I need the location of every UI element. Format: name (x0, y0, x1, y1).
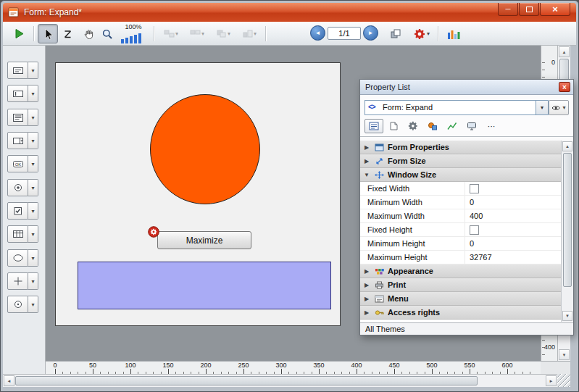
scroll-down-arrow[interactable]: ▼ (562, 311, 572, 321)
combo-box-tool-caret[interactable]: ▾ (28, 132, 38, 149)
spacer-tool[interactable]: ▾ (7, 296, 39, 314)
push-button-tool-caret[interactable]: ▾ (28, 155, 38, 172)
palette-scrollbar[interactable]: ▲ ▼ (561, 141, 573, 322)
property-name: Fixed Height (360, 223, 465, 236)
actions-button[interactable]: ▾ (409, 24, 435, 43)
ellipse-tool-caret[interactable]: ▾ (28, 249, 38, 267)
minimize-button[interactable]: ─ (498, 3, 518, 16)
fixed-width-value[interactable] (465, 182, 561, 195)
expander-icon: ▶ (363, 282, 370, 288)
tab-chart[interactable] (443, 119, 462, 133)
multiline-field-tool-caret[interactable]: ▾ (28, 109, 38, 126)
tab-settings[interactable] (404, 119, 422, 133)
next-page-button[interactable]: ► (363, 25, 378, 41)
toolbar-separator (154, 26, 154, 41)
zoom-level-control[interactable]: 100% (117, 23, 149, 44)
close-button[interactable]: × (540, 3, 570, 16)
property-row-maximum-width: Maximum Width 400 (360, 209, 561, 223)
visibility-button[interactable]: ▾ (549, 100, 569, 115)
horizontal-scrollbar[interactable]: ◄ ► (3, 374, 557, 387)
order-tools-button[interactable]: ▾ (212, 24, 235, 43)
palette-scroll-thumb[interactable] (563, 153, 572, 287)
static-text-tool[interactable]: ▾ (7, 62, 39, 80)
zoom-tool-button[interactable] (99, 24, 116, 43)
palette-titlebar[interactable]: Property List (360, 80, 573, 95)
menu-icon (374, 295, 384, 303)
ellipse-tool[interactable]: ▾ (7, 249, 39, 267)
form-size-icon (374, 157, 384, 165)
tab-properties[interactable] (365, 119, 383, 133)
rectangle-shape[interactable] (78, 262, 331, 309)
distribute-tools-button[interactable]: ▾ (186, 24, 209, 43)
multiline-field-tool[interactable]: ▾ (7, 109, 39, 127)
check-box-tool[interactable]: ▾ (7, 202, 39, 220)
control-action-badge-icon[interactable] (148, 226, 159, 238)
select-tool-button[interactable] (38, 24, 58, 43)
form-page[interactable]: Maximize (55, 62, 341, 326)
static-text-icon (7, 62, 28, 79)
scroll-up-arrow[interactable]: ▲ (562, 141, 572, 151)
charts-button[interactable] (443, 24, 464, 43)
spacer-tool-caret[interactable]: ▾ (28, 296, 38, 313)
combo-caret-icon[interactable]: ▾ (536, 101, 548, 114)
maximize-window-button[interactable] (519, 3, 539, 16)
push-button-tool[interactable]: OK ▾ (7, 155, 39, 173)
property-row-maximum-height: Maximum Height 32767 (360, 251, 561, 264)
form-properties-icon (374, 143, 384, 151)
run-simulation-button[interactable] (9, 24, 29, 43)
palette-close-button[interactable]: × (559, 82, 570, 92)
minimum-width-value[interactable]: 0 (465, 196, 561, 209)
radio-button-tool-caret[interactable]: ▾ (28, 179, 38, 196)
combo-box-tool[interactable]: ▾ (7, 132, 39, 150)
maximize-form-button[interactable]: Maximize (157, 231, 251, 249)
radio-button-tool[interactable]: ▾ (7, 179, 39, 197)
section-form-properties[interactable]: ▶ Form Properties (360, 141, 561, 154)
order-icon (216, 29, 228, 39)
fixed-width-checkbox[interactable] (470, 184, 479, 193)
maximum-width-value[interactable]: 400 (465, 209, 561, 222)
fixed-height-checkbox[interactable] (470, 225, 479, 235)
dropdown-caret-icon: ▾ (427, 31, 430, 37)
section-print[interactable]: ▶ Print (360, 278, 561, 292)
line-tool-caret[interactable]: ▾ (28, 272, 38, 290)
tab-display[interactable] (462, 119, 481, 133)
ruler-corner (541, 361, 570, 374)
tab-shapes[interactable] (423, 119, 442, 133)
maximum-height-value[interactable]: 32767 (465, 251, 561, 264)
window-titlebar[interactable]: Form: Expand* ─ × (3, 3, 576, 22)
table-tool[interactable]: ▾ (7, 225, 39, 243)
check-box-tool-caret[interactable]: ▾ (28, 202, 38, 220)
scroll-down-arrow[interactable]: ▼ (559, 349, 570, 360)
ellipse-icon (7, 249, 28, 267)
fixed-height-value[interactable] (465, 223, 561, 236)
section-menu[interactable]: ▶ Menu (360, 292, 561, 306)
section-access-rights[interactable]: ▶ Access rights (360, 306, 561, 320)
size-tools-button[interactable]: ▾ (238, 24, 261, 43)
window-title: Form: Expand* (24, 7, 82, 17)
ellipse-shape[interactable] (150, 94, 260, 204)
tab-order-tool-button[interactable] (58, 24, 78, 43)
edit-field-tool-caret[interactable]: ▾ (28, 85, 38, 102)
horizontal-scroll-thumb[interactable] (15, 376, 478, 385)
pan-tool-button[interactable] (78, 24, 99, 43)
page-indicator[interactable]: 1/1 (328, 27, 361, 40)
tab-more[interactable]: ··· (482, 119, 501, 133)
previous-page-button[interactable]: ◄ (310, 25, 325, 41)
align-tools-button[interactable]: ▾ (159, 24, 183, 43)
minimum-height-value[interactable]: 0 (465, 237, 561, 250)
static-text-tool-caret[interactable]: ▾ (28, 62, 38, 79)
tab-styles[interactable] (384, 119, 403, 133)
section-window-size[interactable]: ▼ Window Size (360, 168, 561, 182)
scroll-right-arrow[interactable]: ► (546, 375, 557, 386)
scroll-left-arrow[interactable]: ◄ (4, 375, 14, 386)
edit-field-tool[interactable]: ▾ (7, 85, 39, 103)
section-appearance[interactable]: ▶ Appearance (360, 264, 561, 278)
line-tool[interactable]: ▾ (7, 272, 39, 291)
resize-grip[interactable] (557, 374, 570, 387)
page-layers-button[interactable] (386, 24, 406, 43)
scroll-up-arrow[interactable]: ▲ (559, 46, 570, 57)
push-button-icon: OK (7, 155, 28, 172)
section-form-size[interactable]: ▶ Form Size (360, 154, 561, 168)
component-selector-combobox[interactable]: <> Form: Expand ▾ (365, 100, 549, 115)
table-tool-caret[interactable]: ▾ (28, 225, 38, 243)
